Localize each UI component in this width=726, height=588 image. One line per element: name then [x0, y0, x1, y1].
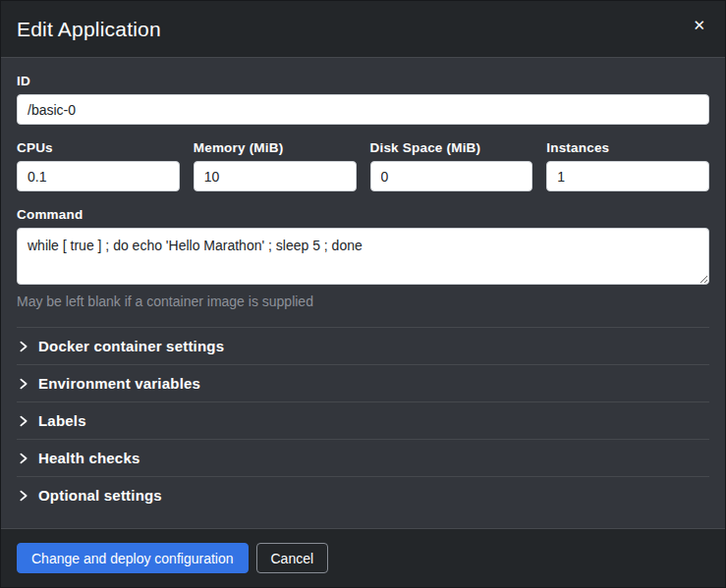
instances-input[interactable] [546, 161, 709, 191]
section-health-checks[interactable]: Health checks [17, 439, 709, 476]
page-title: Edit Application [17, 18, 161, 41]
resource-fields-row: CPUs Memory (MiB) Disk Space (MiB) Insta… [17, 140, 709, 191]
disk-field-group: Disk Space (MiB) [370, 140, 533, 191]
section-label: Labels [38, 412, 86, 429]
modal-header: Edit Application ✕ [1, 1, 725, 58]
disk-label: Disk Space (MiB) [370, 140, 533, 155]
command-label: Command [17, 207, 709, 222]
instances-field-group: Instances [546, 140, 709, 191]
memory-label: Memory (MiB) [194, 140, 357, 155]
command-field-group: Command while [ true ] ; do echo 'Hello … [17, 207, 709, 309]
edit-application-modal: Edit Application ✕ ID CPUs Memory (MiB) … [0, 0, 726, 588]
chevron-right-icon [17, 489, 30, 503]
chevron-right-icon [17, 340, 30, 353]
section-label: Environment variables [38, 375, 200, 392]
section-environment-variables[interactable]: Environment variables [17, 364, 709, 401]
chevron-right-icon [17, 377, 30, 391]
command-input[interactable]: while [ true ] ; do echo 'Hello Marathon… [17, 228, 709, 285]
cpus-label: CPUs [17, 140, 180, 155]
cancel-button[interactable]: Cancel [256, 543, 329, 573]
section-label: Docker container settings [38, 338, 224, 354]
memory-input[interactable] [194, 161, 357, 191]
modal-body: ID CPUs Memory (MiB) Disk Space (MiB) In… [1, 58, 725, 528]
cpus-field-group: CPUs [17, 140, 180, 191]
change-and-deploy-button[interactable]: Change and deploy configuration [17, 543, 249, 573]
close-icon[interactable]: ✕ [689, 14, 709, 36]
section-label: Optional settings [38, 487, 162, 504]
chevron-right-icon [17, 452, 30, 465]
command-help-text: May be left blank if a container image i… [17, 294, 709, 309]
id-label: ID [17, 74, 709, 88]
section-labels[interactable]: Labels [17, 401, 709, 439]
id-input[interactable] [17, 94, 709, 125]
cpus-input[interactable] [17, 161, 180, 191]
id-field-group: ID [17, 74, 709, 125]
memory-field-group: Memory (MiB) [194, 140, 357, 191]
modal-footer: Change and deploy configuration Cancel [1, 528, 725, 587]
chevron-right-icon [17, 414, 30, 428]
section-optional-settings[interactable]: Optional settings [17, 476, 709, 513]
section-docker-container-settings[interactable]: Docker container settings [17, 327, 709, 364]
section-label: Health checks [38, 450, 140, 466]
instances-label: Instances [546, 140, 709, 155]
disk-input[interactable] [370, 161, 533, 191]
collapsible-sections: Docker container settings Environment va… [17, 327, 709, 513]
